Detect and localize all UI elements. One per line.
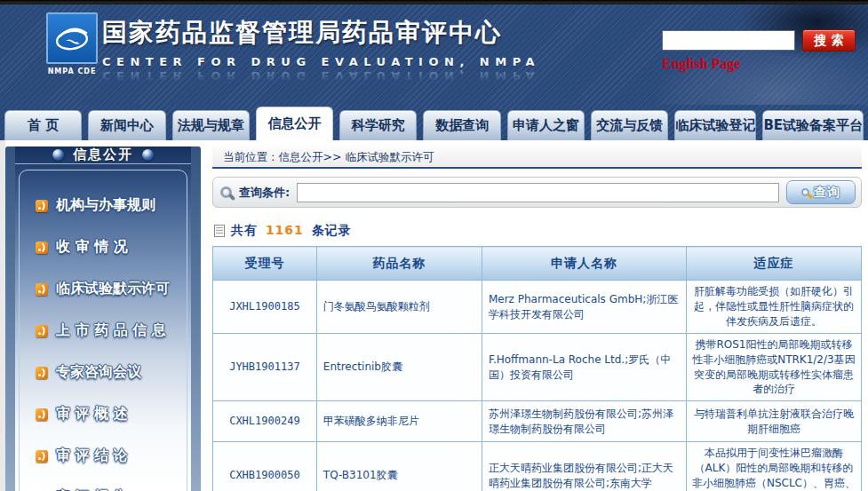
cell-drug-name: Entrectinib胶囊 <box>316 334 482 401</box>
cell-applicant: F.Hoffmann-La Roche Ltd.;罗氏（中国）投资有限公司 <box>482 334 686 401</box>
rss-orange-icon <box>36 242 48 254</box>
table-column-header: 申请人名称 <box>482 247 686 281</box>
sidebar-menu-item[interactable]: 收 审 情 况 <box>20 226 187 268</box>
records-prefix: 共有 <box>231 223 258 237</box>
cell-indication: 与特瑞普利单抗注射液联合治疗晚期肝细胞癌 <box>686 401 861 442</box>
nav-tab-2[interactable]: 新闻中心 <box>88 110 165 140</box>
sidebar-menu-item-label: 机构与办事规则 <box>56 196 155 215</box>
nav-tab-label: 数据查询 <box>435 117 489 134</box>
nav-tab-label: 申请人之窗 <box>513 117 579 134</box>
records-text: 共有 1161 条记录 <box>231 223 352 239</box>
cde-logo-icon <box>46 12 98 64</box>
nav-tab-label: 临床试验登记 <box>675 117 755 134</box>
table-row[interactable]: JXHL1900185 门冬氨酸鸟氨酸颗粒剂 Merz Pharmaceutic… <box>213 281 862 334</box>
query-button-label: 查询 <box>814 185 840 201</box>
nav-tab-label: 交流与反馈 <box>596 117 663 134</box>
sidebar-menu-item-label: 临床试验默示许可 <box>56 280 170 298</box>
logo: NMPA CDE <box>41 12 103 75</box>
header-search-area: 搜索 English Page <box>662 29 859 72</box>
rss-orange-icon <box>36 367 48 379</box>
sidebar-menu-item[interactable]: 机构与办事规则 <box>20 185 187 226</box>
nav-tab-label: 科学研究 <box>352 117 405 134</box>
records-suffix: 条记录 <box>312 223 352 237</box>
rss-orange-icon <box>36 283 48 296</box>
search-icon <box>801 188 809 196</box>
table-row[interactable]: CXHB1900050 TQ-B3101胶囊 正大天晴药业集团股份有限公司;正大… <box>213 442 862 491</box>
cell-indication: 携带ROS1阳性的局部晚期或转移性非小细胞肺癌或NTRK1/2/3基因突变的局部… <box>686 334 861 401</box>
cell-applicant: 苏州泽璟生物制药股份有限公司;苏州泽璟生物制药股份有限公司 <box>482 401 686 442</box>
nav-tab-6[interactable]: 数据查询 <box>423 110 500 140</box>
sidebar-menu-item-label: 收 审 情 况 <box>56 238 128 257</box>
sidebar-menu-item-label: 专家咨询会议 <box>56 363 141 382</box>
rss-orange-icon <box>36 325 48 337</box>
nav-tab-9[interactable]: 临床试验登记 <box>674 110 756 140</box>
sidebar: 信息公开 机构与办事规则 收 审 情 况 临床试验默示许可 上 市 药 品 信 … <box>5 147 201 491</box>
english-page-link[interactable]: English Page <box>662 56 740 72</box>
sidebar-header: 信息公开 <box>15 147 191 164</box>
table-row[interactable]: JYHB1901137 Entrectinib胶囊 F.Hoffmann-La … <box>213 334 862 401</box>
sidebar-menu-item[interactable]: 审 评 概 述 <box>20 393 187 435</box>
query-panel: 查询条件: 查询 <box>212 177 862 208</box>
cell-drug-name: 甲苯磺酸多纳非尼片 <box>316 401 482 442</box>
nav-tab-3[interactable]: 法规与规章 <box>172 110 250 140</box>
query-button[interactable]: 查询 <box>786 180 856 204</box>
table-column-header: 药品名称 <box>316 247 482 281</box>
cde-logo-glyph <box>52 20 92 56</box>
cell-applicant: Merz Pharmaceuticals GmbH;浙江医学科技开发有限公司 <box>482 281 686 334</box>
cell-acceptance-no: CXHB1900050 <box>213 442 317 491</box>
sidebar-menu-item-label: 上 市 药 品 信 息 <box>56 321 166 340</box>
header-search-input[interactable] <box>662 30 795 51</box>
table-row[interactable]: CXHL1900249 甲苯磺酸多纳非尼片 苏州泽璟生物制药股份有限公司;苏州泽… <box>213 401 862 442</box>
sidebar-menu-item[interactable]: 审 评 结 论 <box>20 435 187 477</box>
sphere-icon <box>52 149 64 161</box>
nav-tab-1[interactable]: 首 页 <box>4 110 82 140</box>
site-title-cn: 国家药品监督管理局药品审评中心 <box>102 16 540 50</box>
sidebar-menu-item-label: 审 评 概 述 <box>56 405 128 424</box>
cell-indication: 肝脏解毒功能受损（如肝硬化）引起，伴隐性或显性肝性脑病症状的伴发疾病及后遗症。 <box>686 281 861 334</box>
sidebar-menu: 机构与办事规则 收 审 情 况 临床试验默示许可 上 市 药 品 信 息 专家咨… <box>19 170 187 491</box>
table-column-header: 适应症 <box>686 247 861 281</box>
rss-orange-icon <box>36 450 48 463</box>
results-table: 受理号药品名称申请人名称适应症 JXHL1900185 门冬氨酸鸟氨酸颗粒剂 M… <box>212 246 862 491</box>
results-table-body: JXHL1900185 门冬氨酸鸟氨酸颗粒剂 Merz Pharmaceutic… <box>213 281 862 491</box>
query-condition-label: 查询条件: <box>239 185 290 201</box>
sidebar-menu-item[interactable]: 临床试验默示许可 <box>20 268 187 310</box>
nav-tab-label: 信息公开 <box>268 115 322 132</box>
sidebar-menu-item-label: 审 评 结 论 <box>56 447 128 465</box>
records-count: 1161 <box>263 223 307 237</box>
nav-tab-label: BE试验备案平台 <box>763 117 863 134</box>
logo-caption: NMPA CDE <box>41 67 103 75</box>
nav-tab-5[interactable]: 科学研究 <box>339 110 417 140</box>
records-summary: 共有 1161 条记录 <box>212 223 862 239</box>
nav-tab-8[interactable]: 交流与反馈 <box>591 110 668 140</box>
table-column-header: 受理号 <box>213 247 317 281</box>
query-condition-input[interactable] <box>297 183 779 202</box>
rss-orange-icon <box>36 408 48 421</box>
nav-tab-label: 新闻中心 <box>100 117 154 134</box>
cell-applicant: 正大天晴药业集团股份有限公司;正大天晴药业集团股份有限公司;东南大学 <box>482 442 686 491</box>
table-header-row: 受理号药品名称申请人名称适应症 <box>213 247 862 281</box>
cell-indication: 本品拟用于间变性淋巴瘤激酶（ALK）阳性的局部晚期和转移的非小细胞肺癌（NSCL… <box>686 442 861 491</box>
nav-tab-10[interactable]: BE试验备案平台 <box>762 110 864 140</box>
breadcrumb: 当前位置：信息公开>> 临床试验默示许可 <box>212 146 862 169</box>
main-nav-tabbar: 首 页 新闻中心 法规与规章 信息公开 科学研究 数据查询 申请人之窗 交流与反… <box>0 105 868 140</box>
page: NMPA CDE 国家药品监督管理局药品审评中心 CENTER FOR DRUG… <box>0 0 868 491</box>
nav-tab-4[interactable]: 信息公开 <box>256 107 333 140</box>
cell-acceptance-no: JYHB1901137 <box>213 334 317 401</box>
site-title-block: 国家药品监督管理局药品审评中心 CENTER FOR DRUG EVALUATI… <box>102 16 540 83</box>
document-list-icon <box>214 225 225 237</box>
content-area: 信息公开 机构与办事规则 收 审 情 况 临床试验默示许可 上 市 药 品 信 … <box>0 140 868 491</box>
sidebar-menu-item[interactable]: 审 评 报 告 <box>20 477 187 491</box>
sidebar-header-label: 信息公开 <box>73 147 133 163</box>
rss-orange-icon <box>36 200 48 212</box>
main-column: 当前位置：信息公开>> 临床试验默示许可 查询条件: 查询 共有 1161 条记… <box>212 140 862 491</box>
header-search-button[interactable]: 搜索 <box>802 29 856 51</box>
search-icon <box>220 186 232 198</box>
sidebar-menu-item[interactable]: 上 市 药 品 信 息 <box>20 310 187 352</box>
cell-drug-name: TQ-B3101胶囊 <box>316 442 482 491</box>
sphere-icon <box>142 149 154 161</box>
sidebar-menu-item[interactable]: 专家咨询会议 <box>20 352 187 393</box>
nav-tab-label: 首 页 <box>28 117 59 134</box>
site-title-en: CENTER FOR DRUG EVALUATION, NMPA <box>102 55 540 68</box>
nav-tab-7[interactable]: 申请人之窗 <box>507 110 585 140</box>
